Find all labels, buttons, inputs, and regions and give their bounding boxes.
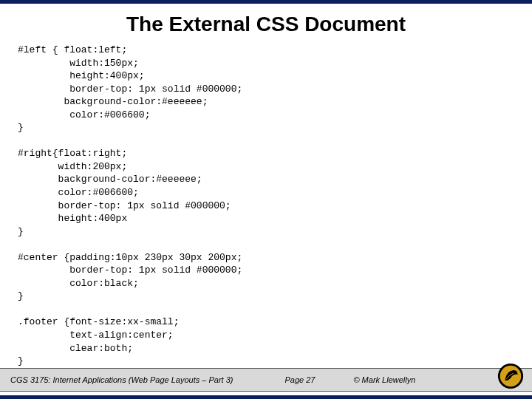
code-line: } — [18, 122, 24, 133]
footer: CGS 3175: Internet Applications (Web Pag… — [0, 368, 532, 392]
code-line: background-color:#eeeeee; — [18, 96, 208, 107]
code-line: .footer {font-size:xx-small; — [18, 316, 179, 327]
footer-course: CGS 3175: Internet Applications (Web Pag… — [10, 375, 233, 384]
code-line: #right{float:right; — [18, 148, 127, 159]
code-line: clear:both; — [18, 343, 133, 354]
code-line: } — [18, 355, 24, 366]
footer-copyright: © Mark Llewellyn — [353, 375, 415, 384]
code-line: #center {padding:10px 230px 30px 200px; — [18, 252, 242, 263]
code-line: color:#006600; — [18, 109, 150, 120]
ucf-pegasus-logo-icon — [497, 362, 525, 390]
code-line: border-top: 1px solid #000000; — [18, 200, 231, 211]
code-line: #left { float:left; — [18, 44, 127, 55]
code-line: height:400px — [18, 213, 127, 224]
code-line: width:200px; — [18, 161, 127, 172]
footer-bar: CGS 3175: Internet Applications (Web Pag… — [0, 368, 532, 392]
code-line: color:black; — [18, 278, 139, 289]
code-line: border-top: 1px solid #000000; — [18, 265, 242, 276]
slide: The External CSS Document #left { float:… — [0, 0, 532, 399]
code-line: background-color:#eeeeee; — [18, 174, 202, 185]
code-body: #left { float:left; width:150px; height:… — [0, 44, 532, 395]
code-line: } — [18, 290, 24, 301]
code-line: color:#006600; — [18, 187, 139, 198]
slide-title: The External CSS Document — [0, 13, 532, 36]
code-line: height:400px; — [18, 70, 145, 81]
code-line: border-top: 1px solid #000000; — [18, 83, 242, 95]
code-line: } — [18, 226, 24, 237]
footer-page: Page 27 — [284, 375, 315, 384]
code-line: width:150px; — [18, 58, 139, 69]
code-line: text-align:center; — [18, 330, 174, 341]
